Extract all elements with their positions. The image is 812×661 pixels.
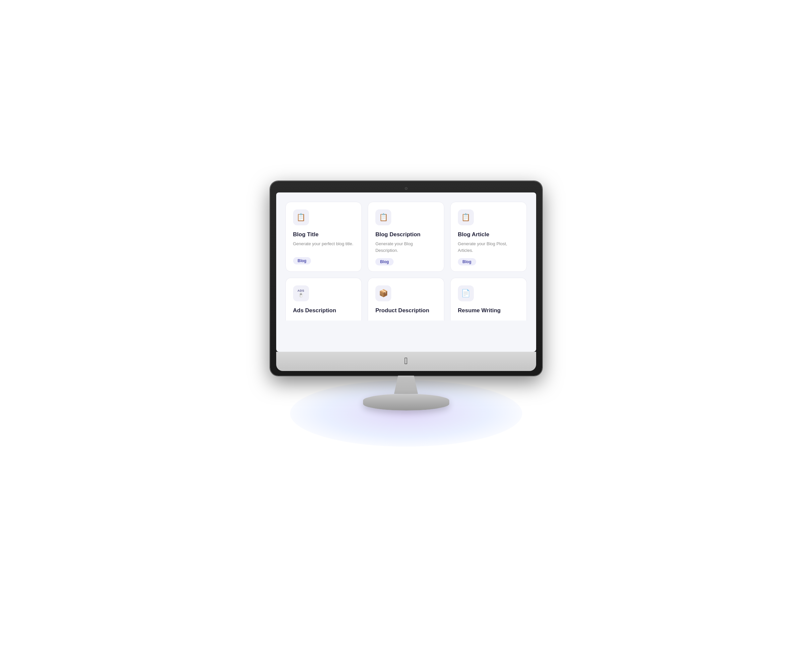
screen: 📋 Blog Title Generate your perfect blog … bbox=[276, 192, 536, 352]
card-resume-writing[interactable]: 📄 Resume Writing bbox=[450, 278, 527, 321]
blog-article-heading: Blog Article bbox=[458, 231, 519, 238]
ads-icon-wrap: ADS 🖱️ bbox=[293, 285, 309, 301]
blog-title-icon-wrap: 📋 bbox=[293, 209, 309, 225]
blog-title-desc: Generate your perfect blog title. bbox=[293, 241, 355, 252]
blog-desc-text: Generate your Blog Description. bbox=[375, 241, 437, 254]
stand-base bbox=[363, 394, 449, 410]
blog-article-desc: Generate your Blog Plost, Articles. bbox=[458, 241, 519, 254]
blog-desc-icon: 📋 bbox=[379, 213, 388, 222]
ads-icon: ADS 🖱️ bbox=[298, 289, 304, 298]
scene: 📋 Blog Title Generate your perfect blog … bbox=[257, 181, 556, 480]
blog-desc-icon-wrap: 📋 bbox=[375, 209, 391, 225]
apple-logo-icon:  bbox=[404, 356, 408, 366]
card-ads-description[interactable]: ADS 🖱️ Ads Description bbox=[285, 278, 362, 321]
blog-title-tag[interactable]: Blog bbox=[293, 257, 311, 265]
cards-grid-row2: ADS 🖱️ Ads Description 📦 Product Descrip… bbox=[285, 278, 527, 321]
monitor-outer: 📋 Blog Title Generate your perfect blog … bbox=[270, 181, 542, 376]
monitor: 📋 Blog Title Generate your perfect blog … bbox=[270, 181, 542, 376]
product-icon-wrap: 📦 bbox=[375, 285, 391, 301]
blog-article-icon: 📋 bbox=[461, 213, 470, 222]
cards-grid-row1: 📋 Blog Title Generate your perfect blog … bbox=[285, 202, 527, 272]
camera-area bbox=[276, 187, 536, 190]
card-blog-description[interactable]: 📋 Blog Description Generate your Blog De… bbox=[368, 202, 444, 272]
stand-neck bbox=[386, 376, 426, 394]
card-product-description[interactable]: 📦 Product Description bbox=[368, 278, 444, 321]
monitor-chin:  bbox=[276, 352, 536, 371]
resume-heading: Resume Writing bbox=[458, 307, 519, 314]
blog-article-tag[interactable]: Blog bbox=[458, 258, 476, 265]
blog-desc-tag[interactable]: Blog bbox=[375, 258, 393, 265]
camera bbox=[405, 187, 408, 190]
card-blog-title[interactable]: 📋 Blog Title Generate your perfect blog … bbox=[285, 202, 362, 272]
ads-desc-heading: Ads Description bbox=[293, 307, 355, 314]
blog-article-icon-wrap: 📋 bbox=[458, 209, 474, 225]
blog-title-icon: 📋 bbox=[296, 213, 306, 222]
product-desc-heading: Product Description bbox=[375, 307, 437, 314]
blog-desc-heading: Blog Description bbox=[375, 231, 437, 238]
resume-icon: 📄 bbox=[461, 289, 470, 298]
product-icon: 📦 bbox=[379, 289, 388, 298]
resume-icon-wrap: 📄 bbox=[458, 285, 474, 301]
card-blog-article[interactable]: 📋 Blog Article Generate your Blog Plost,… bbox=[450, 202, 527, 272]
blog-title-heading: Blog Title bbox=[293, 231, 355, 238]
